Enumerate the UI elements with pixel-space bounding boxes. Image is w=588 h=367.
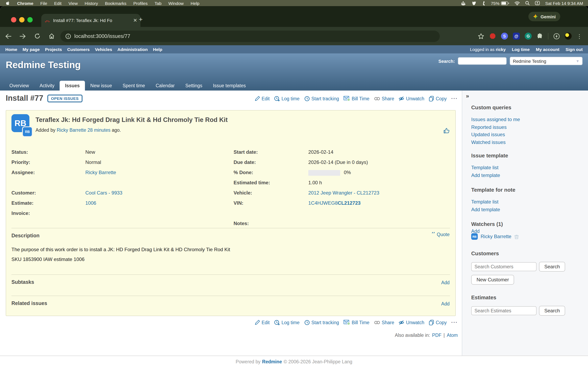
menu-item-window[interactable]: Window: [168, 1, 184, 6]
browser-tab[interactable]: Install #77: Teraflex Jk: Hd Fo ✕: [41, 14, 140, 27]
profile-avatar[interactable]: [565, 33, 572, 40]
thumbs-up-icon[interactable]: [443, 128, 450, 134]
pdf-link[interactable]: PDF: [432, 333, 441, 338]
add-watcher-link[interactable]: Add: [471, 229, 480, 234]
gemini-button[interactable]: Gemini: [528, 12, 560, 21]
attr-estimate-link[interactable]: 1006: [85, 198, 233, 208]
atom-link[interactable]: Atom: [447, 333, 458, 338]
search-estimates-button[interactable]: Search: [539, 306, 565, 316]
sidebar-collapse-icon[interactable]: »: [466, 92, 469, 99]
grammarly-extension-icon[interactable]: G: [525, 33, 532, 40]
monkey-icon[interactable]: [482, 1, 485, 6]
menu-item-chrome[interactable]: Chrome: [17, 1, 33, 6]
home-icon[interactable]: [49, 33, 55, 39]
topnav-vehicles[interactable]: Vehicles: [95, 47, 112, 52]
start-tracking-link[interactable]: Start tracking: [304, 319, 339, 325]
author-link[interactable]: Ricky Barrette: [57, 128, 86, 133]
bookmark-star-icon[interactable]: [478, 33, 484, 39]
attr-vin-link[interactable]: 1C4HJWEG8CL212723: [308, 200, 361, 206]
search-input[interactable]: [458, 57, 507, 65]
log-time-link[interactable]: Log time: [274, 96, 300, 101]
tab-issues[interactable]: Issues: [60, 81, 85, 91]
topnav-home[interactable]: Home: [5, 47, 17, 52]
share-link[interactable]: Share: [374, 96, 394, 101]
new-tab-button[interactable]: +: [139, 16, 143, 23]
user-switch-icon[interactable]: [535, 1, 540, 5]
sidebar-link-template-list[interactable]: Template list: [471, 164, 577, 171]
search-estimates-input[interactable]: [471, 306, 536, 315]
address-bar[interactable]: localhost:3000/issues/77: [61, 30, 440, 42]
bill-time-link[interactable]: Bill Time: [344, 320, 370, 325]
attr-vehicle-link[interactable]: 2012 Jeep Wrangler - CL212723: [308, 188, 451, 198]
at-extension-icon[interactable]: @: [513, 33, 520, 40]
tab-close-icon[interactable]: ✕: [133, 17, 137, 23]
close-window-button[interactable]: [11, 17, 16, 22]
spotlight-icon[interactable]: [525, 1, 530, 5]
sidebar-link-add-template-note[interactable]: Add template: [471, 206, 577, 213]
new-customer-button[interactable]: New Customer: [471, 275, 514, 285]
menubar-clock[interactable]: Sat Feb 14 9:34 AM: [545, 1, 583, 6]
log-time-link[interactable]: Log time: [274, 319, 300, 325]
sidebar-link-template-list-note[interactable]: Template list: [471, 198, 577, 206]
tab-activity[interactable]: Activity: [34, 81, 60, 91]
tab-calendar[interactable]: Calendar: [150, 81, 180, 91]
tab-overview[interactable]: Overview: [4, 81, 34, 91]
search-customers-input[interactable]: [471, 262, 536, 271]
menu-item-file[interactable]: File: [40, 1, 47, 6]
docker-icon[interactable]: [461, 1, 466, 5]
edit-link[interactable]: Edit: [255, 96, 270, 101]
chrome-menu-icon[interactable]: ⋮: [577, 33, 582, 39]
redmine-link[interactable]: Redmine: [262, 359, 282, 364]
wifi-icon[interactable]: [515, 1, 520, 5]
back-icon[interactable]: [5, 33, 11, 39]
topnav-my-account[interactable]: My account: [536, 47, 559, 52]
added-time-link[interactable]: 28 minutes: [87, 128, 111, 133]
zoom-window-button[interactable]: [27, 17, 33, 22]
search-customers-button[interactable]: Search: [539, 262, 565, 272]
menu-item-help[interactable]: Help: [191, 1, 199, 6]
site-info-icon[interactable]: [65, 33, 71, 39]
topnav-help[interactable]: Help: [153, 47, 162, 52]
delete-watcher-icon[interactable]: [514, 234, 519, 239]
menu-item-tab[interactable]: Tab: [155, 1, 162, 6]
more-actions-icon[interactable]: ···: [451, 319, 458, 325]
menu-item-history[interactable]: History: [85, 1, 98, 6]
reload-icon[interactable]: [34, 33, 40, 39]
minimize-window-button[interactable]: [19, 17, 24, 22]
tab-settings[interactable]: Settings: [180, 81, 208, 91]
menu-item-view[interactable]: View: [68, 1, 78, 6]
extensions-puzzle-icon[interactable]: [536, 33, 543, 39]
attr-assignee-link[interactable]: Ricky Barrette: [85, 167, 233, 178]
topnav-administration[interactable]: Administration: [117, 47, 148, 52]
tab-spent-time[interactable]: Spent time: [117, 81, 150, 91]
menu-item-edit[interactable]: Edit: [54, 1, 61, 6]
forward-icon[interactable]: [20, 33, 26, 39]
fox-icon[interactable]: [472, 1, 476, 5]
unwatch-link[interactable]: Unwatch: [399, 96, 424, 101]
battery-indicator[interactable]: 75%: [491, 1, 509, 6]
copy-link[interactable]: Copy: [429, 96, 447, 101]
more-actions-icon[interactable]: ···: [451, 95, 458, 101]
sidebar-link-issues-assigned[interactable]: Issues assigned to me: [471, 116, 577, 123]
menu-item-bookmarks[interactable]: Bookmarks: [105, 1, 126, 6]
apple-icon[interactable]: [6, 0, 10, 6]
topnav-my-page[interactable]: My page: [22, 47, 40, 52]
unwatch-link[interactable]: Unwatch: [399, 319, 424, 325]
topnav-log-time[interactable]: Log time: [512, 47, 530, 52]
add-related-issue-link[interactable]: Add: [441, 301, 450, 306]
share-link[interactable]: Share: [374, 320, 394, 325]
open-issues-badge[interactable]: OPEN ISSUES: [47, 94, 82, 102]
topnav-sign-out[interactable]: Sign out: [566, 47, 583, 52]
sidebar-link-updated-issues[interactable]: Updated issues: [471, 131, 577, 138]
sidebar-link-add-template[interactable]: Add template: [471, 171, 577, 179]
attr-customer-link[interactable]: Cool Cars - 9933: [85, 188, 233, 198]
s-extension-icon[interactable]: S: [501, 33, 508, 40]
add-subtask-link[interactable]: Add: [441, 280, 450, 285]
sidebar-link-reported-issues[interactable]: Reported issues: [471, 123, 577, 131]
bill-time-link[interactable]: Bill Time: [344, 96, 370, 101]
tab-new-issue[interactable]: New issue: [85, 81, 117, 91]
quote-link[interactable]: ”Quote: [431, 232, 450, 237]
topnav-projects[interactable]: Projects: [45, 47, 62, 52]
watcher-name-link[interactable]: Ricky Barrette: [481, 234, 511, 239]
memory-saver-icon[interactable]: [553, 33, 560, 39]
